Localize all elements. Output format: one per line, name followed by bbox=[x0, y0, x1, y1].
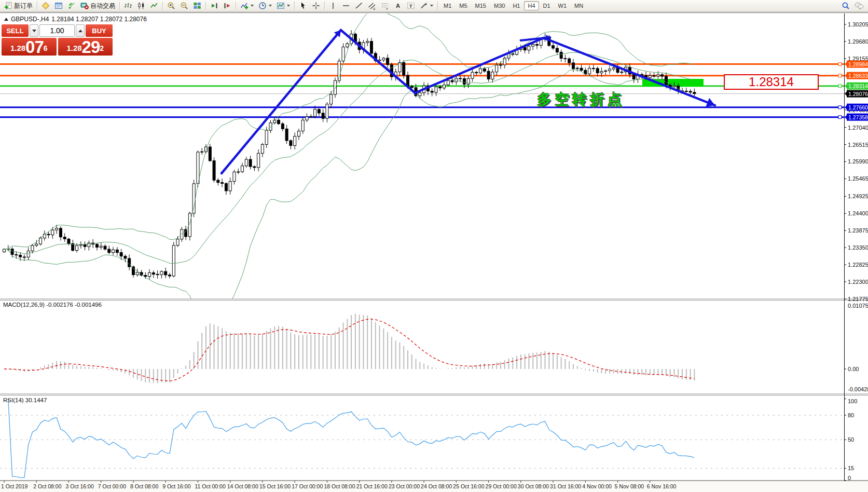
zoom-in-button[interactable] bbox=[165, 1, 177, 11]
price-tick-label: 1.25990 bbox=[848, 158, 868, 165]
arrows-tool-button[interactable] bbox=[418, 1, 435, 11]
chart-header: GBPUSD-,H4 1.28184 1.28207 1.28072 1.280… bbox=[4, 16, 147, 23]
timeframe-m30[interactable]: M30 bbox=[490, 1, 508, 10]
new-order-button[interactable]: 新订单 bbox=[2, 1, 35, 11]
timeframe-w1[interactable]: W1 bbox=[555, 1, 571, 10]
text-tool-button[interactable]: A bbox=[392, 1, 404, 11]
timeframe-h1[interactable]: H1 bbox=[509, 1, 523, 10]
trendline-icon bbox=[355, 2, 363, 10]
sell-button[interactable]: SELL bbox=[2, 24, 29, 37]
channel-button[interactable]: E bbox=[366, 1, 378, 11]
sell-price-button[interactable]: 1.28076 bbox=[2, 38, 57, 56]
line-chart-button[interactable] bbox=[148, 1, 160, 11]
bar-chart-button[interactable] bbox=[122, 1, 134, 11]
tile-windows-icon bbox=[193, 2, 201, 10]
volume-down-button[interactable] bbox=[30, 24, 38, 37]
time-axis-label: 17 Oct 00:00 bbox=[292, 483, 323, 489]
chart-shift-button[interactable] bbox=[221, 1, 233, 11]
price-tick-label: 1.23350 bbox=[848, 244, 868, 251]
navigator-button[interactable] bbox=[65, 1, 78, 11]
timeframe-h4[interactable]: H4 bbox=[524, 1, 539, 10]
separator bbox=[236, 2, 236, 10]
indicators-button[interactable] bbox=[238, 1, 256, 11]
line-end-marker bbox=[838, 74, 842, 77]
time-axis-label: 14 Oct 08:00 bbox=[227, 483, 258, 489]
time-axis-label: 18 Oct 08:00 bbox=[324, 483, 355, 489]
timeframe-m15[interactable]: M15 bbox=[472, 1, 490, 10]
sell-price-sup: 6 bbox=[44, 38, 48, 59]
volume-input[interactable]: 1.00 bbox=[39, 24, 75, 37]
cursor-button[interactable] bbox=[297, 1, 309, 11]
label-letter: T bbox=[409, 4, 412, 9]
zoom-out-button[interactable] bbox=[178, 1, 190, 11]
chat-button[interactable] bbox=[852, 1, 866, 11]
templates-button[interactable] bbox=[274, 1, 292, 11]
separator bbox=[324, 2, 325, 10]
crosshair-icon bbox=[312, 2, 320, 10]
dropdown-caret bbox=[269, 5, 272, 7]
channel-letter: E bbox=[374, 7, 376, 10]
volume-up-button[interactable] bbox=[76, 24, 85, 37]
new-order-icon bbox=[4, 2, 12, 10]
periods-button[interactable] bbox=[256, 1, 274, 11]
fibonacci-button[interactable]: F bbox=[379, 1, 391, 11]
pivot-annotation-label: 多空转折点 bbox=[537, 90, 625, 110]
time-axis-label: 31 Oct 16:00 bbox=[550, 483, 581, 489]
price-tick-label: 1.23875 bbox=[848, 227, 868, 234]
timeframe-m5[interactable]: M5 bbox=[456, 1, 471, 10]
horizontal-line-icon bbox=[342, 2, 350, 10]
vertical-line-button[interactable] bbox=[327, 1, 339, 11]
price-tick-label: 1.24925 bbox=[848, 193, 868, 199]
line-end-marker bbox=[838, 106, 842, 109]
search-button[interactable] bbox=[839, 1, 852, 11]
price-tick-label: 1.25465 bbox=[848, 175, 868, 182]
candle-chart-button[interactable] bbox=[135, 1, 147, 11]
separator bbox=[119, 2, 120, 10]
time-axis-label: 15 Oct 16:00 bbox=[259, 483, 291, 489]
line-end-marker bbox=[838, 63, 842, 66]
svg-text:1.28984: 1.28984 bbox=[848, 61, 868, 67]
svg-text:1.28076: 1.28076 bbox=[848, 91, 868, 97]
data-window-button[interactable] bbox=[52, 1, 65, 11]
time-axis-label: 7 Oct 00:00 bbox=[98, 483, 126, 489]
time-axis-label: 2 Oct 08:00 bbox=[33, 483, 61, 489]
price-callout: 1.28314 bbox=[724, 74, 819, 90]
trendline-button[interactable] bbox=[353, 1, 365, 11]
mt4-window: 新订单 bbox=[0, 0, 868, 492]
price-tick-label: 1.22300 bbox=[848, 279, 868, 285]
rsi-axis-label: 100 bbox=[848, 398, 857, 404]
auto-scroll-button[interactable] bbox=[208, 1, 221, 11]
rsi-axis-label: 80 bbox=[848, 412, 854, 418]
price-tick-label: 1.27040 bbox=[848, 125, 868, 131]
tile-windows-button[interactable] bbox=[191, 1, 203, 11]
sell-price-big: 07 bbox=[25, 39, 44, 55]
svg-text:1.28314: 1.28314 bbox=[848, 83, 868, 89]
text-label-icon: T bbox=[407, 2, 415, 10]
navigator-icon bbox=[67, 2, 76, 10]
market-watch-button[interactable] bbox=[39, 1, 52, 11]
svg-text:1.28633: 1.28633 bbox=[848, 73, 868, 79]
timeframe-mn[interactable]: MN bbox=[571, 1, 587, 10]
text-tool-icon: A bbox=[394, 3, 402, 9]
arrows-tool-icon bbox=[420, 2, 428, 10]
data-window-icon bbox=[54, 2, 63, 10]
market-watch-icon bbox=[42, 2, 50, 10]
text-label-button[interactable]: T bbox=[405, 1, 417, 11]
line-end-marker bbox=[838, 85, 842, 88]
crosshair-button[interactable] bbox=[310, 1, 322, 11]
svg-text:1.27358: 1.27358 bbox=[848, 114, 868, 120]
time-axis-label: 23 Oct 00:00 bbox=[389, 483, 420, 489]
symbol-collapse-icon[interactable] bbox=[4, 18, 8, 21]
buy-price-button[interactable]: 1.28292 bbox=[58, 38, 113, 56]
time-axis-label: 1 Oct 2019 bbox=[1, 483, 28, 489]
time-axis-label: 5 Nov 08:00 bbox=[615, 483, 644, 489]
zoom-out-icon bbox=[180, 2, 188, 10]
buy-button[interactable]: BUY bbox=[86, 24, 113, 37]
horizontal-line-button[interactable] bbox=[340, 1, 352, 11]
timeframe-m1[interactable]: M1 bbox=[440, 1, 455, 10]
timeframe-d1[interactable]: D1 bbox=[540, 1, 554, 10]
autotrade-button[interactable]: 自动交易 bbox=[78, 1, 117, 11]
rsi-axis-label: 0 bbox=[848, 475, 851, 481]
price-tick-label: 1.29680 bbox=[848, 38, 868, 45]
buy-price-prefix: 1.28 bbox=[66, 42, 81, 55]
